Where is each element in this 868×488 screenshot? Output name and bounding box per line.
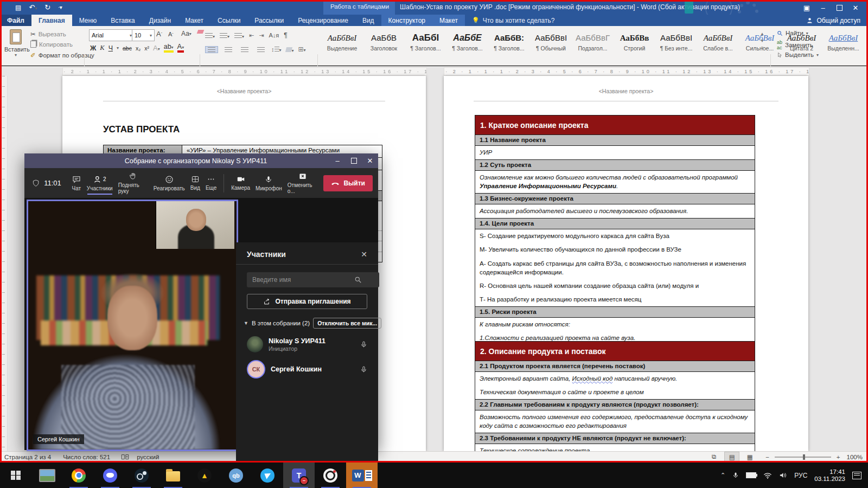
tab-menu[interactable]: Меню bbox=[72, 15, 104, 26]
tab-mailings[interactable]: Рассылки bbox=[247, 15, 291, 26]
read-mode-icon[interactable]: ⧉ bbox=[707, 452, 721, 461]
multilevel-list-icon[interactable]: ▾ bbox=[234, 30, 244, 40]
sort-icon[interactable]: А↓я bbox=[269, 32, 279, 38]
microphone-button[interactable]: Микрофон bbox=[253, 173, 285, 194]
bullets-icon[interactable]: ▾ bbox=[205, 30, 215, 40]
camera-button[interactable]: Камера bbox=[228, 173, 253, 193]
participants-button[interactable]: 2 Участники bbox=[84, 173, 116, 194]
shrink-font-button[interactable]: Аˇ bbox=[166, 30, 176, 38]
strikethrough-button[interactable]: abc bbox=[123, 45, 132, 52]
start-button[interactable] bbox=[0, 463, 31, 488]
self-view-video[interactable] bbox=[156, 201, 234, 249]
increase-indent-icon[interactable]: ⇥ bbox=[259, 32, 264, 39]
redo-icon[interactable]: ↻ bbox=[44, 3, 50, 11]
save-icon[interactable]: ▤ bbox=[15, 4, 21, 11]
taskbar-item-chrome[interactable] bbox=[63, 463, 94, 488]
tab-view[interactable]: Вид bbox=[355, 15, 381, 26]
align-left-button[interactable] bbox=[205, 46, 218, 53]
bold-button[interactable]: Ж bbox=[90, 44, 96, 52]
style-item[interactable]: АаБбВвІВыделенн... bbox=[822, 30, 864, 52]
tab-table-layout[interactable]: Макет bbox=[432, 15, 465, 26]
ruler-left-page[interactable]: 1 · 2 · 1 · 1 · 1 · 2 · 3 · 4 · 5 · 6 · … bbox=[62, 67, 427, 76]
language-indicator[interactable]: русский bbox=[137, 454, 159, 460]
format-painter-button[interactable]: ✐Формат по образцу bbox=[30, 52, 94, 59]
taskbar-item-word[interactable]: W bbox=[346, 463, 378, 488]
raise-hand-button[interactable]: Поднять руку bbox=[116, 170, 151, 196]
style-item[interactable]: АаБбЕ¶ Заголов... bbox=[446, 30, 488, 52]
numbering-icon[interactable]: ▾ bbox=[220, 30, 229, 40]
cut-button[interactable]: ✂Вырезать bbox=[30, 30, 66, 38]
tab-references[interactable]: Ссылки bbox=[210, 15, 247, 26]
taskbar-item-aimp[interactable]: ▲ bbox=[189, 463, 220, 488]
leave-button[interactable]: Выйти bbox=[323, 175, 373, 191]
vertical-ruler[interactable] bbox=[0, 76, 8, 451]
find-button[interactable]: Найти▾ bbox=[777, 30, 808, 36]
style-item[interactable]: АаБбВвСтрогий bbox=[614, 30, 655, 52]
share-button[interactable]: Общий доступ bbox=[806, 15, 868, 26]
taskbar-item-teams[interactable]: T– bbox=[283, 463, 315, 488]
taskbar-item-telegram[interactable] bbox=[252, 463, 283, 488]
participant-mic-icon[interactable] bbox=[360, 365, 367, 374]
tell-me-box[interactable]: 💡 Что вы хотите сделать? bbox=[465, 15, 561, 26]
style-item[interactable]: АаБбВвГПодзагол... bbox=[572, 30, 614, 52]
style-item[interactable]: АаБбВЗаголовок bbox=[363, 30, 405, 52]
page-indicator[interactable]: Страница 2 из 4 bbox=[4, 454, 51, 460]
participant-mic-icon[interactable] bbox=[360, 341, 367, 349]
taskbar-item-system-display[interactable] bbox=[31, 463, 63, 488]
participant-row[interactable]: Nikolay S УИР411 Инициатор bbox=[236, 329, 378, 352]
subscript-button[interactable]: x₂ bbox=[136, 45, 141, 52]
send-invite-button[interactable]: Отправка приглашения bbox=[247, 294, 367, 309]
minimize-icon[interactable]: – bbox=[815, 1, 831, 14]
zoom-out-icon[interactable]: − bbox=[765, 454, 769, 460]
italic-button[interactable]: К bbox=[100, 44, 104, 52]
taskbar-item-qbittorrent[interactable]: qb bbox=[220, 463, 252, 488]
ruler-right-page[interactable]: 1 · 2 · 1 · 1 · 1 · 2 · 3 · 4 · 5 · 6 · … bbox=[444, 67, 809, 76]
pilcrow-icon[interactable]: ¶ bbox=[284, 31, 287, 39]
font-name-select[interactable]: Arial▾ bbox=[89, 29, 135, 41]
align-right-button[interactable] bbox=[239, 47, 251, 53]
teams-close-icon[interactable]: ✕ bbox=[362, 153, 378, 168]
tab-home[interactable]: Главная bbox=[31, 15, 72, 26]
justify-button[interactable] bbox=[255, 47, 267, 53]
clear-formatting-icon[interactable] bbox=[195, 29, 206, 34]
underline-button[interactable]: Ч bbox=[108, 44, 113, 52]
web-layout-icon[interactable]: ▦ bbox=[743, 452, 757, 461]
proofing-icon[interactable] bbox=[121, 454, 129, 460]
highlight-button[interactable]: ab▾ bbox=[164, 44, 174, 53]
style-item[interactable]: АаБбВвІВыделение bbox=[321, 30, 363, 52]
qat-customize-icon[interactable]: ⸱▾ bbox=[58, 4, 62, 11]
taskbar-item-discord[interactable] bbox=[94, 463, 126, 488]
more-button[interactable]: Еще bbox=[203, 173, 219, 193]
text-effects-icon[interactable]: А▾ bbox=[153, 44, 160, 52]
tab-table-design[interactable]: Конструктор bbox=[381, 15, 432, 26]
grow-font-button[interactable]: Аˆ bbox=[154, 29, 164, 38]
tab-layout[interactable]: Макет bbox=[178, 15, 210, 26]
styles-gallery-scroll[interactable]: ▲▼≡ bbox=[758, 30, 766, 52]
word-count[interactable]: Число слов: 521 bbox=[63, 454, 110, 460]
style-item[interactable]: АаБбВвІ¶ Обычный bbox=[530, 30, 572, 52]
cancel-sharing-button[interactable]: Отменить о... bbox=[285, 170, 321, 196]
zoom-slider[interactable] bbox=[775, 457, 831, 458]
chat-button[interactable]: Чат bbox=[69, 173, 84, 194]
tray-expand-icon[interactable]: ⌃ bbox=[720, 472, 725, 479]
teams-meeting-window[interactable]: Собрание с организатором Nikolay S УИР41… bbox=[24, 153, 378, 450]
action-center-icon[interactable] bbox=[852, 472, 861, 479]
zoom-level[interactable]: 100% bbox=[847, 454, 863, 460]
zoom-slider-thumb[interactable] bbox=[803, 454, 805, 460]
participant-row[interactable]: СК Сергей Кошкин bbox=[236, 352, 378, 378]
react-button[interactable]: Реагировать bbox=[151, 173, 188, 194]
teams-minimize-icon[interactable]: – bbox=[329, 153, 346, 168]
teams-maximize-icon[interactable] bbox=[346, 153, 362, 168]
zoom-in-icon[interactable]: + bbox=[837, 454, 840, 460]
tab-insert[interactable]: Вставка bbox=[104, 15, 142, 26]
print-layout-icon[interactable]: ▤ bbox=[724, 452, 739, 462]
volume-icon[interactable] bbox=[779, 472, 787, 479]
chevron-down-icon[interactable]: ▼ bbox=[244, 320, 248, 326]
taskbar-item-explorer[interactable] bbox=[157, 463, 189, 488]
restore-icon[interactable] bbox=[831, 1, 847, 14]
language-switcher[interactable]: РУС bbox=[794, 472, 807, 479]
undo-icon[interactable]: ↶▾ bbox=[29, 3, 37, 11]
align-center-button[interactable] bbox=[222, 47, 234, 53]
tray-microphone-icon[interactable] bbox=[732, 471, 739, 479]
decrease-indent-icon[interactable]: ⇤ bbox=[249, 32, 254, 39]
